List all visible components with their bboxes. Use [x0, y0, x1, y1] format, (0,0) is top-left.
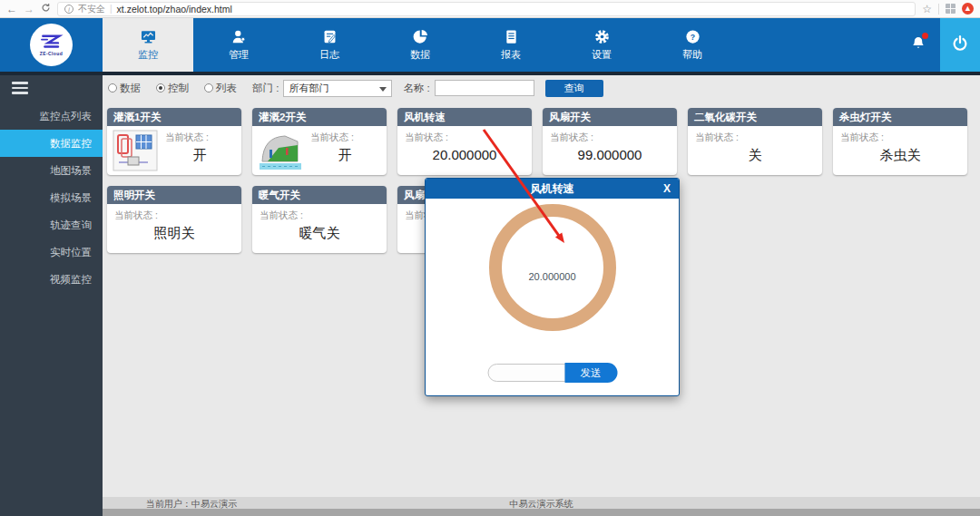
status-value: 暖气关 — [252, 225, 387, 242]
card-insect-lamp-switch[interactable]: 杀虫灯开关 当前状态 : 杀虫关 — [833, 108, 967, 175]
radio-list[interactable]: 列表 — [204, 82, 237, 95]
department-select[interactable]: 所有部门 — [283, 80, 392, 97]
user-admin-icon — [230, 28, 248, 45]
tab-settings[interactable]: 设置 — [556, 18, 647, 72]
logo-label: ZE-Cloud — [40, 51, 63, 56]
status-value: 开 — [303, 147, 387, 164]
bottom-strip — [103, 509, 980, 516]
tab-label: 管理 — [229, 48, 249, 62]
logo: ZE-Cloud — [0, 18, 103, 72]
tab-reports[interactable]: 报表 — [466, 18, 556, 72]
sidebar-item-simulation-scene[interactable]: 模拟场景 — [0, 184, 103, 211]
sidebar-item-trajectory-query[interactable]: 轨迹查询 — [0, 211, 103, 239]
refresh-icon[interactable] — [41, 3, 51, 15]
gauge-value: 20.000000 — [426, 271, 679, 282]
power-icon — [950, 34, 970, 57]
svg-text:?: ? — [690, 33, 694, 42]
radio-control[interactable]: 控制 — [156, 82, 189, 95]
app-header: ZE-Cloud 监控 管理 日志 数据 — [0, 18, 980, 75]
sidebar-item-map-scene[interactable]: 地图场景 — [0, 157, 103, 184]
card-fan-speed[interactable]: 风机转速 当前状态 : 20.000000 — [397, 108, 532, 175]
card-heating-switch[interactable]: 暖气开关 当前状态 : 暖气关 — [252, 186, 387, 253]
radio-data[interactable]: 数据 — [108, 82, 141, 95]
dialog-titlebar: 风机转速 X — [426, 179, 679, 199]
department-label: 部门 : — [252, 82, 279, 95]
monitor-icon — [140, 28, 157, 45]
name-label: 名称 : — [403, 82, 429, 95]
department-value: 所有部门 — [289, 82, 328, 95]
tab-label: 设置 — [592, 48, 612, 62]
send-button[interactable]: 发送 — [564, 363, 617, 383]
report-icon — [503, 28, 520, 45]
status-value: 99.000000 — [543, 147, 677, 162]
card-title: 二氧化碳开关 — [688, 108, 822, 126]
card-title: 灌溉2开关 — [252, 108, 387, 126]
status-value: 开 — [158, 147, 241, 164]
nav-tabs: 监控 管理 日志 数据 报表 — [103, 18, 738, 72]
value-input[interactable] — [487, 364, 565, 382]
sidebar-item-realtime-location[interactable]: 实时位置 — [0, 239, 103, 266]
tab-logs[interactable]: 日志 — [284, 18, 375, 72]
hamburger-menu-icon[interactable] — [0, 75, 103, 102]
ze-cloud-logo-icon: ZE-Cloud — [30, 24, 73, 66]
sidebar-item-monitor-point-list[interactable]: 监控点列表 — [0, 102, 103, 130]
radio-label: 列表 — [216, 82, 237, 95]
status-label: 当前状态 : — [114, 209, 158, 222]
radio-circle-icon — [156, 83, 165, 92]
tab-help[interactable]: ? 帮助 — [647, 18, 738, 72]
forward-icon[interactable]: → — [24, 4, 34, 15]
security-label: 不安全 — [78, 3, 105, 15]
power-button[interactable] — [940, 18, 980, 72]
radio-label: 控制 — [168, 82, 189, 95]
notification-badge — [922, 33, 928, 39]
card-body: 当前状态 : 杀虫关 — [833, 126, 967, 175]
status-bar: 当前用户：中易云演示 中易云演示系统 — [103, 497, 980, 509]
status-label: 当前状态 : — [695, 131, 739, 144]
sidebar-item-video-monitoring[interactable]: 视频监控 — [0, 266, 103, 293]
card-body: 当前状态 : 照明关 — [107, 204, 241, 253]
card-title: 杀虫灯开关 — [833, 108, 967, 126]
card-title: 风扇开关 — [543, 108, 677, 126]
tab-management[interactable]: 管理 — [193, 18, 284, 72]
close-icon[interactable]: X — [663, 179, 671, 199]
greenhouse-thumbnail — [258, 130, 303, 171]
card-co2-switch[interactable]: 二氧化碳开关 当前状态 : 关 — [688, 108, 822, 175]
card-body: 当前状态 : 开 — [107, 126, 241, 175]
search-button[interactable]: 查询 — [545, 80, 603, 97]
notifications-button[interactable] — [897, 18, 940, 72]
status-label: 当前状态 : — [260, 209, 303, 222]
card-fan-switch[interactable]: 风扇开关 当前状态 : 99.000000 — [543, 108, 677, 175]
card-irrigation-1[interactable]: 灌溉1开关 当前状态 : 开 — [107, 108, 241, 175]
sidebar-item-data-monitoring[interactable]: 数据监控 — [0, 130, 103, 157]
card-body: 当前状态 : 99.000000 — [543, 126, 677, 175]
back-icon[interactable]: ← — [6, 4, 17, 15]
help-icon: ? — [684, 28, 701, 45]
status-label: 当前状态 : — [310, 131, 354, 144]
bookmark-star-icon[interactable]: ☆ — [922, 3, 932, 15]
url-text: xt.zelot.top/zhao/index.html — [117, 4, 232, 15]
irrigation-schematic-thumbnail — [113, 130, 158, 171]
status-label: 当前状态 : — [405, 131, 448, 144]
header-actions — [897, 18, 980, 72]
card-title: 风机转速 — [397, 108, 532, 126]
gear-icon — [593, 28, 611, 45]
name-input[interactable] — [435, 80, 534, 96]
chevron-down-icon — [379, 87, 387, 92]
extension-red-icon[interactable]: ▲ — [962, 3, 974, 15]
card-title: 暖气开关 — [252, 186, 387, 204]
card-body: 当前状态 : 开 — [252, 126, 387, 175]
tab-data[interactable]: 数据 — [375, 18, 466, 72]
card-body: 当前状态 : 20.000000 — [397, 126, 532, 175]
filter-bar: 数据 控制 列表 部门 : 所有部门 名称 : 查询 — [103, 75, 980, 101]
info-icon[interactable]: i — [64, 5, 74, 14]
browser-chrome: ← → i 不安全 | xt.zelot.top/zhao/index.html… — [0, 0, 980, 18]
card-irrigation-2[interactable]: 灌溉2开关 当前状态 : 开 — [252, 108, 387, 175]
card-lighting-switch[interactable]: 照明开关 当前状态 : 照明关 — [107, 186, 241, 253]
tab-label: 监控 — [138, 48, 158, 62]
status-label: 当前状态 : — [840, 131, 884, 144]
card-title: 灌溉1开关 — [107, 108, 241, 126]
address-bar[interactable]: i 不安全 | xt.zelot.top/zhao/index.html — [57, 2, 916, 16]
status-value: 照明关 — [107, 225, 241, 242]
tab-monitoring[interactable]: 监控 — [103, 18, 193, 72]
extension-grid-icon[interactable] — [946, 4, 956, 14]
